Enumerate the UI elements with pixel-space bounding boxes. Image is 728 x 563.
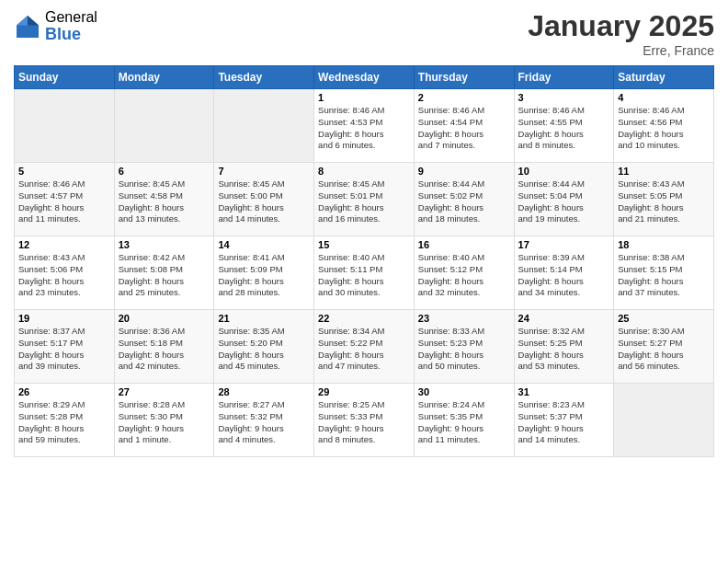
calendar-cell: 9Sunrise: 8:44 AM Sunset: 5:02 PM Daylig… xyxy=(414,163,514,236)
day-info: Sunrise: 8:39 AM Sunset: 5:14 PM Dayligh… xyxy=(518,252,610,299)
svg-marker-2 xyxy=(17,16,28,26)
day-info: Sunrise: 8:45 AM Sunset: 5:01 PM Dayligh… xyxy=(318,178,410,225)
day-number: 4 xyxy=(618,92,710,103)
day-number: 14 xyxy=(218,239,310,250)
calendar-cell: 11Sunrise: 8:43 AM Sunset: 5:05 PM Dayli… xyxy=(614,163,714,236)
day-info: Sunrise: 8:25 AM Sunset: 5:33 PM Dayligh… xyxy=(318,399,410,446)
day-number: 19 xyxy=(18,313,110,324)
day-number: 7 xyxy=(218,166,310,177)
days-row: Sunday Monday Tuesday Wednesday Thursday… xyxy=(15,66,714,89)
calendar-cell: 12Sunrise: 8:43 AM Sunset: 5:06 PM Dayli… xyxy=(15,236,115,310)
col-saturday: Saturday xyxy=(614,66,714,89)
calendar-cell: 5Sunrise: 8:46 AM Sunset: 4:57 PM Daylig… xyxy=(15,163,115,236)
day-number: 25 xyxy=(618,313,710,324)
calendar-cell: 16Sunrise: 8:40 AM Sunset: 5:12 PM Dayli… xyxy=(414,236,514,310)
col-tuesday: Tuesday xyxy=(214,66,314,89)
calendar-cell: 18Sunrise: 8:38 AM Sunset: 5:15 PM Dayli… xyxy=(614,236,714,310)
page: General Blue January 2025 Erre, France S… xyxy=(0,0,728,563)
day-number: 9 xyxy=(418,166,510,177)
day-info: Sunrise: 8:45 AM Sunset: 4:58 PM Dayligh… xyxy=(119,178,210,225)
day-number: 20 xyxy=(119,313,210,324)
day-info: Sunrise: 8:46 AM Sunset: 4:55 PM Dayligh… xyxy=(518,105,610,152)
day-number: 12 xyxy=(18,239,110,250)
day-info: Sunrise: 8:46 AM Sunset: 4:54 PM Dayligh… xyxy=(418,105,510,152)
day-number: 13 xyxy=(119,239,210,250)
logo: General Blue xyxy=(14,9,97,43)
day-info: Sunrise: 8:44 AM Sunset: 5:02 PM Dayligh… xyxy=(418,178,510,225)
logo-text: General Blue xyxy=(45,9,97,43)
day-info: Sunrise: 8:44 AM Sunset: 5:04 PM Dayligh… xyxy=(518,178,610,225)
calendar-body: 1Sunrise: 8:46 AM Sunset: 4:53 PM Daylig… xyxy=(15,89,714,457)
day-number: 16 xyxy=(418,239,510,250)
calendar-cell: 14Sunrise: 8:41 AM Sunset: 5:09 PM Dayli… xyxy=(214,236,314,310)
day-info: Sunrise: 8:30 AM Sunset: 5:27 PM Dayligh… xyxy=(618,326,710,373)
day-info: Sunrise: 8:34 AM Sunset: 5:22 PM Dayligh… xyxy=(318,326,410,373)
day-number: 30 xyxy=(418,386,510,397)
calendar-cell xyxy=(114,89,214,163)
month-title: January 2025 xyxy=(528,9,714,43)
calendar-cell: 20Sunrise: 8:36 AM Sunset: 5:18 PM Dayli… xyxy=(114,310,214,384)
location: Erre, France xyxy=(528,43,714,58)
week-row-5: 26Sunrise: 8:29 AM Sunset: 5:28 PM Dayli… xyxy=(15,384,714,457)
day-info: Sunrise: 8:40 AM Sunset: 5:11 PM Dayligh… xyxy=(318,252,410,299)
day-info: Sunrise: 8:29 AM Sunset: 5:28 PM Dayligh… xyxy=(18,399,110,446)
day-number: 29 xyxy=(318,386,410,397)
day-number: 10 xyxy=(518,166,610,177)
calendar-cell: 1Sunrise: 8:46 AM Sunset: 4:53 PM Daylig… xyxy=(314,89,415,163)
day-number: 28 xyxy=(218,386,310,397)
day-info: Sunrise: 8:27 AM Sunset: 5:32 PM Dayligh… xyxy=(218,399,310,446)
day-info: Sunrise: 8:37 AM Sunset: 5:17 PM Dayligh… xyxy=(18,326,110,373)
calendar-cell xyxy=(614,384,714,457)
calendar-cell: 17Sunrise: 8:39 AM Sunset: 5:14 PM Dayli… xyxy=(514,236,614,310)
day-number: 11 xyxy=(618,166,710,177)
calendar-cell: 24Sunrise: 8:32 AM Sunset: 5:25 PM Dayli… xyxy=(514,310,614,384)
week-row-3: 12Sunrise: 8:43 AM Sunset: 5:06 PM Dayli… xyxy=(15,236,714,310)
day-number: 6 xyxy=(119,166,210,177)
calendar-cell: 22Sunrise: 8:34 AM Sunset: 5:22 PM Dayli… xyxy=(314,310,415,384)
col-monday: Monday xyxy=(114,66,214,89)
day-info: Sunrise: 8:41 AM Sunset: 5:09 PM Dayligh… xyxy=(218,252,310,299)
logo-icon xyxy=(14,13,41,40)
calendar-cell: 15Sunrise: 8:40 AM Sunset: 5:11 PM Dayli… xyxy=(314,236,415,310)
day-info: Sunrise: 8:23 AM Sunset: 5:37 PM Dayligh… xyxy=(518,399,610,446)
day-info: Sunrise: 8:32 AM Sunset: 5:25 PM Dayligh… xyxy=(518,326,610,373)
day-number: 24 xyxy=(518,313,610,324)
calendar-cell: 4Sunrise: 8:46 AM Sunset: 4:56 PM Daylig… xyxy=(614,89,714,163)
week-row-1: 1Sunrise: 8:46 AM Sunset: 4:53 PM Daylig… xyxy=(15,89,714,163)
day-number: 8 xyxy=(318,166,410,177)
day-info: Sunrise: 8:24 AM Sunset: 5:35 PM Dayligh… xyxy=(418,399,510,446)
day-info: Sunrise: 8:40 AM Sunset: 5:12 PM Dayligh… xyxy=(418,252,510,299)
calendar: Sunday Monday Tuesday Wednesday Thursday… xyxy=(14,65,714,457)
day-number: 15 xyxy=(318,239,410,250)
col-friday: Friday xyxy=(514,66,614,89)
logo-general: General xyxy=(45,9,97,26)
col-thursday: Thursday xyxy=(414,66,514,89)
calendar-cell xyxy=(15,89,115,163)
calendar-cell: 23Sunrise: 8:33 AM Sunset: 5:23 PM Dayli… xyxy=(414,310,514,384)
calendar-cell: 13Sunrise: 8:42 AM Sunset: 5:08 PM Dayli… xyxy=(114,236,214,310)
day-info: Sunrise: 8:38 AM Sunset: 5:15 PM Dayligh… xyxy=(618,252,710,299)
calendar-cell: 8Sunrise: 8:45 AM Sunset: 5:01 PM Daylig… xyxy=(314,163,415,236)
day-info: Sunrise: 8:42 AM Sunset: 5:08 PM Dayligh… xyxy=(119,252,210,299)
calendar-cell: 10Sunrise: 8:44 AM Sunset: 5:04 PM Dayli… xyxy=(514,163,614,236)
day-number: 3 xyxy=(518,92,610,103)
calendar-cell: 29Sunrise: 8:25 AM Sunset: 5:33 PM Dayli… xyxy=(314,384,415,457)
day-info: Sunrise: 8:46 AM Sunset: 4:57 PM Dayligh… xyxy=(18,178,110,225)
calendar-cell: 19Sunrise: 8:37 AM Sunset: 5:17 PM Dayli… xyxy=(15,310,115,384)
calendar-cell: 28Sunrise: 8:27 AM Sunset: 5:32 PM Dayli… xyxy=(214,384,314,457)
calendar-cell xyxy=(214,89,314,163)
header: General Blue January 2025 Erre, France xyxy=(14,9,714,58)
day-number: 26 xyxy=(18,386,110,397)
day-number: 5 xyxy=(18,166,110,177)
logo-blue-text: Blue xyxy=(45,26,97,44)
day-info: Sunrise: 8:36 AM Sunset: 5:18 PM Dayligh… xyxy=(119,326,210,373)
calendar-cell: 7Sunrise: 8:45 AM Sunset: 5:00 PM Daylig… xyxy=(214,163,314,236)
day-info: Sunrise: 8:46 AM Sunset: 4:56 PM Dayligh… xyxy=(618,105,710,152)
day-number: 27 xyxy=(119,386,210,397)
day-number: 17 xyxy=(518,239,610,250)
calendar-cell: 31Sunrise: 8:23 AM Sunset: 5:37 PM Dayli… xyxy=(514,384,614,457)
week-row-2: 5Sunrise: 8:46 AM Sunset: 4:57 PM Daylig… xyxy=(15,163,714,236)
calendar-header: Sunday Monday Tuesday Wednesday Thursday… xyxy=(15,66,714,89)
day-number: 2 xyxy=(418,92,510,103)
day-info: Sunrise: 8:35 AM Sunset: 5:20 PM Dayligh… xyxy=(218,326,310,373)
